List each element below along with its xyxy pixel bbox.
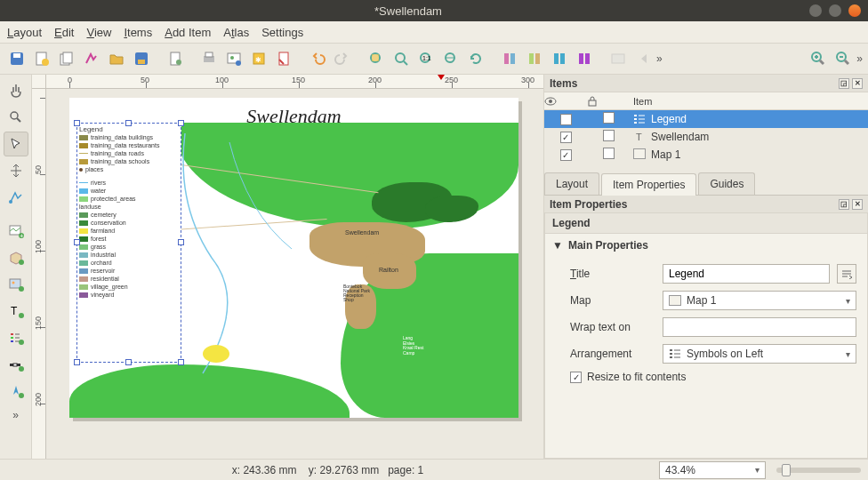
menu-settings[interactable]: Settings (261, 26, 303, 39)
print-icon[interactable] (197, 47, 221, 70)
export-pdf-icon[interactable] (272, 47, 295, 70)
panel-close-icon[interactable]: ✕ (852, 78, 863, 89)
add-scalebar-icon[interactable] (4, 352, 28, 377)
legend-item[interactable]: Legend training_data buildingstraining_d… (76, 123, 181, 363)
resize-checkbox-label: Resize to fit contents (587, 371, 686, 383)
panel-undock-icon[interactable]: ◲ (839, 78, 849, 89)
menu-edit[interactable]: Edit (54, 26, 74, 39)
new-layout-icon[interactable] (30, 47, 53, 70)
items-list: ✓Legend✓TSwellendam✓Map 1 (544, 110, 868, 164)
group-icon[interactable] (548, 47, 571, 70)
panel-undock-icon[interactable]: ◲ (839, 199, 849, 210)
toolbar-overflow-1[interactable]: » (656, 52, 663, 65)
tab-guides[interactable]: Guides (698, 172, 755, 195)
atlas-preview-icon[interactable] (607, 47, 630, 70)
menu-layout[interactable]: Layout (7, 26, 42, 39)
add-northarrow-icon[interactable] (4, 379, 28, 404)
item-type-icon (633, 148, 646, 162)
add-label-icon[interactable]: T (4, 299, 28, 324)
export-image-icon[interactable] (222, 47, 245, 70)
lock-checkbox[interactable] (603, 112, 615, 124)
resize-handle[interactable] (178, 359, 184, 365)
redo-icon[interactable] (331, 47, 354, 70)
arrangement-select[interactable]: Symbols on Left (663, 344, 856, 364)
zoom-full-icon[interactable] (365, 47, 388, 70)
close-icon[interactable] (848, 4, 861, 17)
zoom-tool-icon[interactable] (4, 105, 28, 130)
layout-page[interactable]: Swellendam Railton Bontebok National Par… (69, 98, 518, 418)
section-label: Main Properties (568, 239, 648, 252)
tab-item-properties[interactable]: Item Properties (601, 173, 696, 196)
wrap-text-input[interactable] (663, 317, 856, 337)
duplicate-layout-icon[interactable] (55, 47, 78, 70)
legend-row: protected_areas (79, 195, 179, 203)
zoom-in-button[interactable] (807, 47, 830, 70)
lock-checkbox[interactable] (603, 130, 615, 141)
map-select[interactable]: Map 1 (663, 291, 856, 310)
layout-canvas[interactable]: Swellendam Railton Bontebok National Par… (46, 89, 543, 459)
slider-thumb[interactable] (782, 464, 791, 476)
item-row[interactable]: ✓Map 1 (544, 146, 868, 164)
zoom-width-icon[interactable] (439, 47, 462, 70)
main-properties-collapser[interactable]: ▼Main Properties (545, 234, 867, 257)
resize-handle[interactable] (125, 120, 132, 126)
zoom-out-button[interactable] (832, 47, 855, 70)
legend-title: Legend (79, 125, 179, 133)
title-bar: *Swellendam (0, 0, 868, 21)
select-tool-icon[interactable] (4, 132, 28, 156)
undo-icon[interactable] (306, 47, 329, 70)
page-setup-icon[interactable] (164, 47, 187, 70)
resize-handle[interactable] (178, 239, 184, 245)
lock-checkbox[interactable] (603, 148, 615, 159)
unlock-icon[interactable] (523, 47, 546, 70)
visibility-checkbox[interactable]: ✓ (560, 149, 572, 161)
ungroup-icon[interactable] (573, 47, 596, 70)
menu-atlas[interactable]: Atlas (223, 26, 249, 39)
item-row[interactable]: ✓Legend (544, 110, 868, 128)
resize-handle[interactable] (74, 120, 80, 126)
resize-handle[interactable] (178, 120, 184, 126)
item-row[interactable]: ✓TSwellendam (544, 128, 868, 146)
menu-items[interactable]: Items (124, 26, 152, 39)
panel-close-icon[interactable]: ✕ (852, 199, 863, 210)
zoom-slider[interactable] (776, 468, 861, 473)
lock-icon[interactable] (498, 47, 521, 70)
add-map-icon[interactable]: + (4, 219, 28, 244)
left-tools-overflow[interactable]: » (12, 409, 19, 421)
add-3dmap-icon[interactable] (4, 245, 28, 270)
menu-add-item[interactable]: Add Item (165, 26, 211, 39)
legend-row: places (79, 165, 179, 173)
tab-layout[interactable]: Layout (544, 172, 599, 195)
resize-handle[interactable] (74, 239, 80, 245)
edit-nodes-tool-icon[interactable] (4, 185, 28, 210)
ruler-vertical[interactable]: 50 100 150 200 (32, 89, 46, 459)
resize-checkbox[interactable]: ✓ (570, 372, 582, 383)
zoom-combo[interactable]: 43.4% (659, 461, 766, 479)
refresh-icon[interactable] (464, 47, 487, 70)
visibility-checkbox[interactable]: ✓ (560, 114, 572, 125)
ruler-horizontal[interactable]: 0 50 100 150 200 250 300 (46, 75, 543, 89)
add-picture-icon[interactable] (4, 272, 28, 297)
export-svg-icon[interactable]: ✱ (247, 47, 270, 70)
pan-tool-icon[interactable] (4, 78, 28, 103)
maximize-icon[interactable] (829, 4, 841, 17)
resize-handle[interactable] (74, 359, 80, 365)
title-input[interactable] (663, 264, 830, 284)
resize-handle[interactable] (125, 359, 132, 365)
layout-manager-icon[interactable] (80, 47, 103, 70)
save-template-icon[interactable] (130, 47, 153, 70)
toolbar-overflow-2[interactable]: » (856, 52, 863, 65)
multiline-title-button[interactable] (837, 264, 856, 284)
save-icon[interactable] (5, 47, 28, 70)
open-icon[interactable] (105, 47, 128, 70)
zoom-in-icon[interactable] (390, 47, 413, 70)
svg-point-20 (396, 53, 405, 62)
atlas-first-icon[interactable] (631, 47, 655, 70)
add-legend-icon[interactable] (4, 325, 28, 350)
zoom-actual-icon[interactable]: 1:1 (414, 47, 438, 70)
minimize-icon[interactable] (809, 4, 822, 17)
move-content-tool-icon[interactable] (4, 158, 28, 183)
visibility-checkbox[interactable]: ✓ (560, 132, 572, 143)
menu-view[interactable]: View (86, 26, 111, 39)
svg-point-3 (42, 59, 49, 66)
